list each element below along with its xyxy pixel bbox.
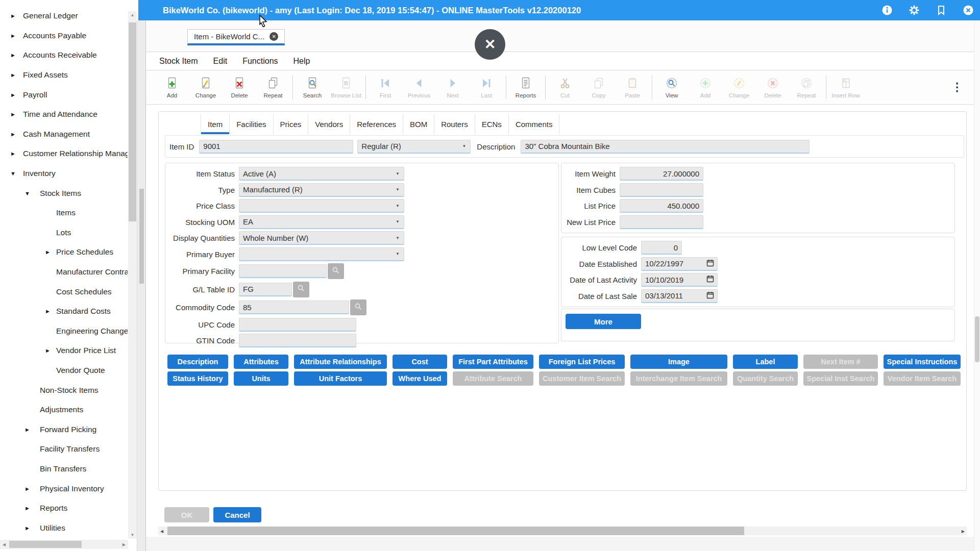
tab-item[interactable]: Item [201,114,230,134]
tab-facilities[interactable]: Facilities [230,114,273,134]
toolbar-repeat-button[interactable]: Repeat [256,77,290,98]
attribute-relationships-button[interactable]: Attribute Relationships [294,355,387,369]
expand-arrow-icon[interactable]: ► [10,111,16,117]
sidebar-item-cost-schedules[interactable]: Cost Schedules [0,282,128,302]
sidebar-item-stock-items[interactable]: ▼Stock Items [0,183,128,203]
date-date-of-last-sale[interactable]: 03/13/2011 [641,289,718,303]
sidebar-vscroll-thumb[interactable] [129,22,136,221]
sidebar-item-cash-management[interactable]: ►Cash Management [0,124,128,144]
status-history-button[interactable]: Status History [167,371,228,386]
toolbar-reports-button[interactable]: Reports [509,77,543,98]
sidebar-item-standard-costs[interactable]: ►Standard Costs [0,302,128,321]
item-id-field[interactable]: 9001 [199,140,353,154]
bookmark-icon[interactable] [936,5,947,16]
expand-arrow-icon[interactable]: ► [10,131,16,137]
input-list-price[interactable]: 450.0000 [620,199,703,213]
input-upc-code[interactable] [239,318,356,332]
description-button[interactable]: Description [167,355,228,369]
input-commodity-code[interactable]: 85 [239,300,349,314]
sidebar-item-price-schedules[interactable]: ►Price Schedules [0,242,128,262]
tab-comments[interactable]: Comments [509,114,560,134]
expand-arrow-icon[interactable]: ► [10,52,16,58]
menu-functions[interactable]: Functions [242,57,278,66]
expand-arrow-icon[interactable]: ► [45,249,51,255]
lookup-g-l-table-id-button[interactable] [293,282,309,297]
select-stocking-uom[interactable]: EA▼ [239,215,404,229]
sidebar-item-payroll[interactable]: ►Payroll [0,85,128,105]
sidebar-hscroll-thumb[interactable] [9,541,82,548]
expand-arrow-icon[interactable]: ► [10,151,16,157]
scroll-left-icon[interactable]: ◀ [160,529,163,533]
tab-routers[interactable]: Routers [434,114,475,134]
tab-references[interactable]: References [350,114,403,134]
scroll-left-icon[interactable]: ◀ [3,542,6,547]
select-primary-buyer[interactable]: ▼ [239,247,404,261]
tab-bom[interactable]: BOM [403,114,434,134]
date-date-of-last-activity[interactable]: 10/10/2019 [641,273,718,287]
item-type-select[interactable]: Regular (R) ▼ [357,140,471,154]
main-hscroll-thumb[interactable] [167,527,744,535]
page-vertical-scrollbar[interactable] [974,20,980,551]
expand-arrow-icon[interactable]: ► [45,347,51,354]
main-horizontal-scrollbar[interactable]: ◀ ▶ [158,527,967,535]
attributes-button[interactable]: Attributes [234,355,288,369]
toolbar-delete-button[interactable]: Delete [223,77,256,98]
lookup-primary-facility-button[interactable] [328,263,344,279]
sidebar-horizontal-scrollbar[interactable]: ◀ ▶ [0,540,128,549]
cancel-button[interactable]: Cancel [213,507,261,522]
expand-arrow-icon[interactable]: ► [10,13,16,19]
sidebar-item-forward-picking[interactable]: ►Forward Picking [0,419,128,439]
tab-vendors[interactable]: Vendors [308,114,350,134]
select-item-status[interactable]: Active (A)▼ [239,167,404,181]
expand-arrow-icon[interactable]: ► [24,486,30,492]
sidebar-item-vendor-price-list[interactable]: ►Vendor Price List [0,341,128,361]
select-type[interactable]: Manufactured (R)▼ [239,183,404,197]
close-window-button[interactable]: ✕ [475,29,505,60]
input-new-list-price[interactable] [620,215,703,229]
sidebar-item-utilities[interactable]: ►Utilities [0,518,128,538]
toolbar-add-button[interactable]: Add [155,77,189,98]
menu-help[interactable]: Help [293,57,310,66]
first-part-attributes-button[interactable]: First Part Attributes [453,355,533,369]
lookup-commodity-code-button[interactable] [350,299,366,315]
sidebar-item-accounts-payable[interactable]: ►Accounts Payable [0,26,128,46]
sidebar-item-physical-inventory[interactable]: ►Physical Inventory [0,479,128,498]
sidebar-item-reports[interactable]: ►Reports [0,498,128,518]
sidebar-item-inventory[interactable]: ▼Inventory [0,164,128,184]
collapse-arrow-icon[interactable]: ▼ [24,190,30,196]
calendar-icon[interactable] [706,291,714,300]
calendar-icon[interactable] [706,275,714,284]
where-used-button[interactable]: Where Used [393,371,447,386]
page-vscroll-thumb[interactable] [975,316,979,362]
sidebar-item-items[interactable]: Items [0,203,128,223]
menu-stock-item[interactable]: Stock Item [159,57,198,66]
image-button[interactable]: Image [630,355,727,369]
sidebar-item-engineering-change[interactable]: Engineering Change [0,321,128,341]
select-price-class[interactable]: ▼ [239,199,404,213]
collapse-arrow-icon[interactable]: ▼ [10,170,16,177]
expand-arrow-icon[interactable]: ► [10,33,16,39]
sidebar-item-time-and-attendance[interactable]: ►Time and Attendance [0,105,128,124]
toolbar-change-button[interactable]: Change [189,77,223,98]
settings-gear-icon[interactable] [909,5,920,16]
scroll-down-icon[interactable]: ▼ [128,533,137,537]
input-item-cubes[interactable] [620,183,703,197]
foreign-list-prices-button[interactable]: Foreign List Prices [539,355,625,369]
sidebar-item-adjustments[interactable]: Adjustments [0,400,128,420]
sidebar-item-customer-relationship-manag[interactable]: ►Customer Relationship Manag [0,144,128,164]
expand-arrow-icon[interactable]: ► [45,308,51,314]
expand-arrow-icon[interactable]: ► [10,92,16,98]
sidebar-item-lots[interactable]: Lots [0,223,128,243]
date-date-established[interactable]: 10/22/1997 [641,257,718,271]
expand-arrow-icon[interactable]: ► [24,427,30,433]
select-display-quantities[interactable]: Whole Number (W)▼ [239,231,404,245]
sidebar-splitter[interactable] [137,20,146,551]
input-primary-facility[interactable] [239,264,327,278]
sidebar-item-non-stock-items[interactable]: Non-Stock Items [0,380,128,400]
scroll-up-icon[interactable]: ▲ [128,13,137,17]
window-tab-item[interactable]: Item - BikeWorld C... ✕ [187,29,285,45]
scroll-right-icon[interactable]: ▶ [122,542,126,547]
tab-prices[interactable]: Prices [274,114,309,134]
info-icon[interactable] [881,5,893,16]
sidebar-item-general-ledger[interactable]: ►General Ledger [0,6,128,26]
